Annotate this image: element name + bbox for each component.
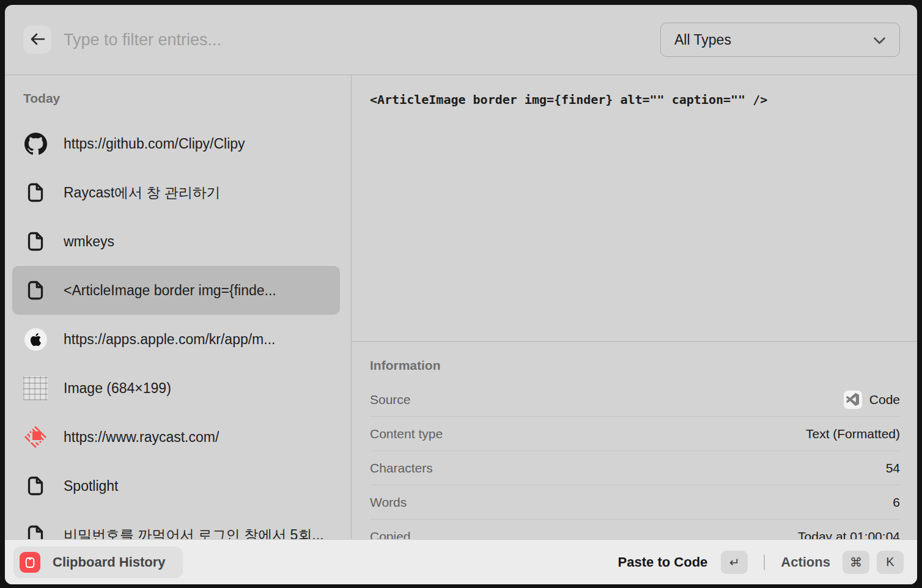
raycast-icon: [23, 425, 48, 449]
apple-icon: [23, 327, 48, 351]
back-button[interactable]: [23, 26, 51, 54]
list-item-label: 비밀번호를 까먹어서 로그인 창에서 5회...: [64, 526, 324, 540]
footer-bar: Clipboard History Paste to Code ↵ Action…: [5, 539, 917, 584]
detail-panel: <ArticleImage border img={finder} alt=""…: [352, 75, 917, 539]
type-filter-value: All Types: [674, 32, 731, 48]
info-row-source: Source Code: [370, 383, 900, 417]
list-item[interactable]: Spotlight: [12, 461, 340, 510]
list-item[interactable]: 비밀번호를 까먹어서 로그인 창에서 5회...: [12, 510, 340, 539]
info-row-copied: Copied Today at 01:00:04: [370, 520, 900, 539]
list-item-label: Raycast에서 창 관리하기: [64, 183, 221, 202]
list-item-selected[interactable]: <ArticleImage border img={finde...: [12, 266, 340, 315]
k-keycap: K: [877, 551, 904, 574]
actions-label: Actions: [781, 554, 830, 570]
footer-divider: [764, 554, 765, 570]
information-title: Information: [370, 342, 900, 383]
clipboard-content-text: <ArticleImage border img={finder} alt=""…: [370, 92, 899, 107]
info-value-text: Today at 01:00:04: [798, 529, 900, 540]
clipboard-icon: [20, 552, 40, 573]
list-item-label: Spotlight: [64, 478, 119, 494]
document-icon: [23, 474, 48, 498]
github-icon: [23, 131, 48, 156]
content-preview: <ArticleImage border img={finder} alt=""…: [352, 75, 917, 342]
document-icon: [23, 523, 48, 539]
list-item[interactable]: https://apps.apple.com/kr/app/m...: [12, 315, 340, 364]
list-item[interactable]: https://www.raycast.com/: [12, 413, 340, 461]
info-value-text: 54: [886, 461, 900, 476]
vscode-icon: [844, 391, 862, 409]
search-input[interactable]: [64, 31, 660, 50]
list-item-label: <ArticleImage border img={finde...: [64, 282, 276, 299]
actions-button[interactable]: Actions ⌘ K: [781, 551, 904, 574]
app-pill-button[interactable]: Clipboard History: [13, 546, 183, 578]
info-label: Source: [370, 392, 411, 407]
info-label: Copied: [370, 529, 411, 540]
header: All Types: [5, 5, 917, 75]
info-row-content-type: Content type Text (Formatted): [370, 417, 900, 451]
list-item-label: wmkeys: [64, 233, 114, 250]
type-filter-dropdown[interactable]: All Types: [660, 23, 900, 57]
document-icon: [23, 180, 48, 205]
info-value-text: Text (Formatted): [806, 427, 900, 441]
info-label: Words: [370, 495, 407, 510]
command-keycap: ⌘: [843, 551, 869, 574]
content: Today https://github.com/Clipy/Clipy Ray…: [5, 75, 917, 539]
document-icon: [23, 278, 48, 303]
info-row-characters: Characters 54: [370, 451, 900, 485]
chevron-down-icon: [873, 32, 886, 48]
list-item[interactable]: Image (684×199): [12, 364, 340, 413]
info-row-words: Words 6: [370, 485, 900, 520]
list-item[interactable]: https://github.com/Clipy/Clipy: [12, 119, 340, 168]
info-label: Characters: [370, 461, 433, 476]
information-section: Information Source Code Content type Tex…: [352, 342, 917, 539]
clipboard-entry-list: Today https://github.com/Clipy/Clipy Ray…: [5, 75, 352, 539]
paste-to-code-label: Paste to Code: [618, 554, 708, 570]
list-item[interactable]: Raycast에서 창 관리하기: [12, 168, 340, 217]
list-item-label: https://apps.apple.com/kr/app/m...: [64, 331, 275, 348]
image-thumbnail: [23, 376, 48, 400]
return-keycap: ↵: [721, 551, 748, 574]
app-label: Clipboard History: [53, 554, 166, 570]
list-item[interactable]: wmkeys: [12, 217, 340, 266]
clipboard-history-window: All Types Today https://github.com/Clipy…: [5, 5, 917, 584]
info-label: Content type: [370, 427, 443, 441]
section-label-today: Today: [5, 75, 351, 119]
back-arrow-icon: [29, 32, 46, 48]
info-value-text: 6: [893, 495, 900, 510]
paste-to-code-button[interactable]: Paste to Code ↵: [618, 551, 748, 574]
info-value-text: Code: [869, 392, 900, 407]
list-item-label: https://www.raycast.com/: [64, 429, 219, 446]
list-item-label: Image (684×199): [64, 380, 171, 397]
list-item-label: https://github.com/Clipy/Clipy: [64, 136, 245, 152]
info-value: Code: [844, 391, 900, 409]
document-icon: [23, 229, 48, 254]
